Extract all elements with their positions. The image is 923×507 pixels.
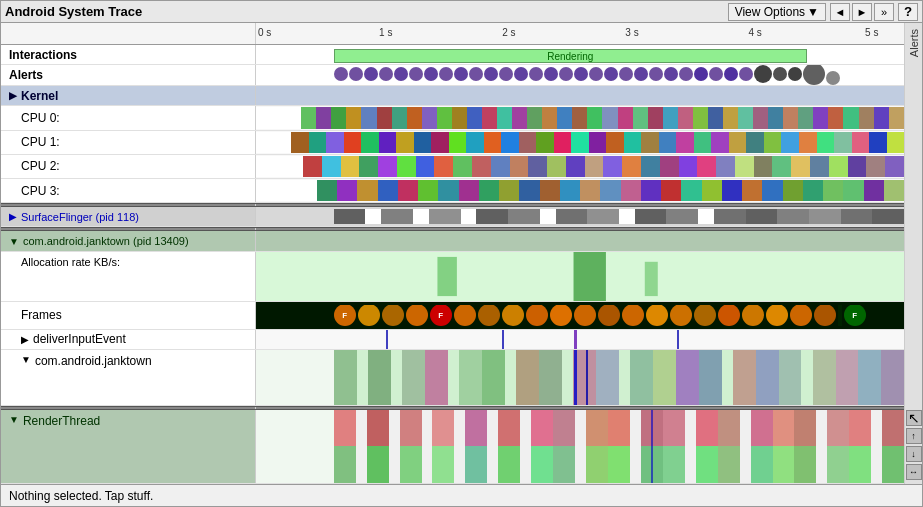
frame-circle-orange: F xyxy=(334,305,356,326)
alert-circle xyxy=(349,67,363,81)
nav-forward-button[interactable]: ► xyxy=(852,3,872,21)
scroll-down-button[interactable]: ↓ xyxy=(906,446,922,462)
cpu2-trace xyxy=(256,156,904,177)
header-controls: View Options ▼ ◄ ► » ? xyxy=(728,3,918,21)
interactions-label: Interactions xyxy=(1,45,256,64)
alert-circle xyxy=(709,67,723,81)
rendering-bar: Rendering xyxy=(334,49,807,63)
alloc-label: Allocation rate KB/s: xyxy=(1,252,256,301)
deliver-mark xyxy=(502,330,504,349)
surfaceflinger-header-row: ▶ SurfaceFlinger (pid 118) xyxy=(1,207,904,227)
cpu1-trace xyxy=(256,132,904,153)
sf-divider-label xyxy=(1,204,256,206)
deliver-text: deliverInputEvent xyxy=(33,332,126,346)
time-mark-3: 3 s xyxy=(625,27,638,38)
interactions-content[interactable]: Rendering xyxy=(256,45,904,64)
deliver-mark xyxy=(677,330,679,349)
alert-circle xyxy=(544,67,558,81)
cpu2-content[interactable] xyxy=(256,155,904,178)
janktown-header-row: ▼ com.android.janktown (pid 13409) xyxy=(1,231,904,251)
interactions-row: Interactions Rendering xyxy=(1,45,904,65)
frame-circle xyxy=(382,305,404,326)
alloc-graph-svg xyxy=(256,252,904,301)
kernel-header-label[interactable]: ▶ Kernel xyxy=(1,86,256,105)
help-button[interactable]: ? xyxy=(898,3,918,21)
nav-back-button[interactable]: ◄ xyxy=(830,3,850,21)
cpu1-text: CPU 1: xyxy=(21,135,60,149)
frame-circle xyxy=(526,305,548,326)
surfaceflinger-header-label[interactable]: ▶ SurfaceFlinger (pid 118) xyxy=(1,207,256,226)
view-options-arrow: ▼ xyxy=(807,5,819,19)
janktown-trace-content[interactable] xyxy=(256,350,904,405)
frames-content[interactable]: F F xyxy=(256,302,904,329)
frame-circle xyxy=(502,305,524,326)
cpu1-label: CPU 1: xyxy=(1,131,256,154)
alert-circle xyxy=(334,67,348,81)
deliver-expand-arrow[interactable]: ▶ xyxy=(21,334,29,345)
janktown2-collapse-arrow[interactable]: ▼ xyxy=(21,354,31,365)
render-blue-mark xyxy=(651,410,653,483)
alert-circle xyxy=(604,67,618,81)
frame-green-bar xyxy=(838,305,842,326)
cpu0-content[interactable] xyxy=(256,106,904,129)
renderthread-label[interactable]: ▼ RenderThread xyxy=(1,410,256,483)
svg-rect-3 xyxy=(645,262,658,296)
janktown-divider-label xyxy=(1,228,256,230)
alert-circle xyxy=(379,67,393,81)
sf-header-content[interactable] xyxy=(256,207,904,226)
content-rows[interactable]: Interactions Rendering Alerts xyxy=(1,45,904,484)
app-title: Android System Trace xyxy=(5,4,142,19)
janktown-header-label[interactable]: ▼ com.android.janktown (pid 13409) xyxy=(1,231,256,250)
view-options-button[interactable]: View Options ▼ xyxy=(728,3,826,21)
renderthread-content[interactable] xyxy=(256,410,904,483)
frame-circle xyxy=(406,305,428,326)
alert-circle xyxy=(724,67,738,81)
svg-rect-1 xyxy=(437,257,456,296)
cpu3-row: CPU 3: xyxy=(1,179,904,203)
cpu2-row: CPU 2: xyxy=(1,155,904,179)
alerts-row: Alerts xyxy=(1,65,904,85)
alert-circle xyxy=(773,67,787,81)
time-mark-5: 5 s xyxy=(865,27,878,38)
alert-circle xyxy=(589,67,603,81)
frame-circle xyxy=(790,305,812,326)
renderthread-text: RenderThread xyxy=(23,414,100,428)
renderthread-collapse-arrow[interactable]: ▼ xyxy=(9,414,19,425)
scroll-controls: ↖ ↑ ↓ ↔ xyxy=(906,410,922,484)
cpu3-content[interactable] xyxy=(256,179,904,202)
cpu1-content[interactable] xyxy=(256,131,904,154)
janktown-label-text: com.android.janktown (pid 13409) xyxy=(23,235,189,247)
alerts-content[interactable] xyxy=(256,65,904,84)
alloc-content[interactable] xyxy=(256,252,904,301)
kernel-expand-arrow[interactable]: ▶ xyxy=(9,90,17,101)
view-options-label: View Options xyxy=(735,5,805,19)
scroll-up-button[interactable]: ↑ xyxy=(906,428,922,444)
nav-more-button[interactable]: » xyxy=(874,3,894,21)
janktown-collapse-arrow[interactable]: ▼ xyxy=(9,236,19,247)
alert-circle xyxy=(424,67,438,81)
deliver-mark xyxy=(574,330,577,349)
frame-circle xyxy=(358,305,380,326)
janktown-trace-label: ▼ com.android.janktown xyxy=(1,350,256,405)
scroll-fit-button[interactable]: ↔ xyxy=(906,464,922,480)
header: Android System Trace View Options ▼ ◄ ► … xyxy=(1,1,922,23)
time-mark-2: 2 s xyxy=(502,27,515,38)
frame-circle xyxy=(814,305,836,326)
deliver-content[interactable] xyxy=(256,330,904,349)
alert-circle xyxy=(694,67,708,81)
cursor-button[interactable]: ↖ xyxy=(906,410,922,426)
status-bar: Nothing selected. Tap stuff. xyxy=(1,484,922,506)
timeline-panel: 0 s 1 s 2 s 3 s 4 s 5 s Interactions Ren… xyxy=(1,23,904,484)
frames-circles: F F xyxy=(334,305,866,326)
cpu1-row: CPU 1: xyxy=(1,131,904,155)
alert-circle xyxy=(664,67,678,81)
janktown-trace-bars xyxy=(334,350,904,405)
frame-circle xyxy=(646,305,668,326)
janktown-divider-content xyxy=(256,228,904,230)
sf-collapse-arrow[interactable]: ▶ xyxy=(9,211,17,222)
frames-text: Frames xyxy=(21,308,62,322)
alert-circle xyxy=(364,67,378,81)
kernel-header-row: ▶ Kernel xyxy=(1,86,904,106)
timeline-header-label xyxy=(1,23,256,44)
nav-buttons: ◄ ► » xyxy=(830,3,894,21)
